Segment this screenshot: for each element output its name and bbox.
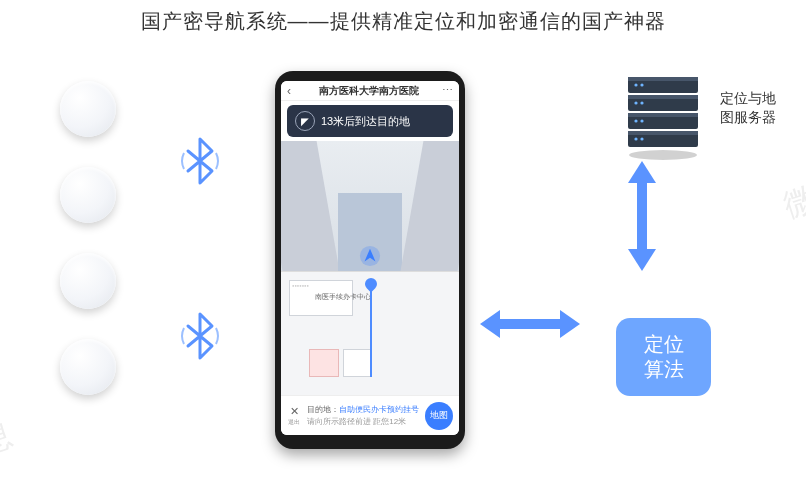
svg-point-22	[640, 137, 643, 140]
destination-bar: ✕退出 目的地：自助便民办卡预约挂号 请向所示路径前进 距您12米 地图	[281, 395, 459, 435]
destination-text: 目的地：自助便民办卡预约挂号 请向所示路径前进 距您12米	[307, 404, 419, 426]
ar-corridor-view[interactable]	[281, 141, 459, 271]
nav-arrow-icon	[359, 245, 381, 267]
beacon-device	[60, 253, 116, 309]
server-label: 定位与地图服务器	[720, 89, 788, 127]
beacon-device	[60, 167, 116, 223]
svg-rect-1	[494, 319, 566, 329]
floorplan-view[interactable]: 南医手续办卡中心	[281, 271, 459, 395]
page-title: 国产密导航系统——提供精准定位和加密通信的国产神器	[0, 0, 806, 41]
arrow-algo-server	[622, 161, 662, 271]
navigation-text: 13米后到达目的地	[321, 114, 410, 129]
svg-point-19	[634, 119, 637, 122]
svg-point-20	[640, 119, 643, 122]
phone-screen: ‹ 南方医科大学南方医院 ⋯ ◤ 13米后到达目的地 南医手续办卡中心	[281, 81, 459, 435]
svg-point-23	[629, 150, 697, 160]
bluetooth-icon	[175, 306, 225, 366]
svg-rect-14	[628, 131, 698, 135]
app-title: 南方医科大学南方医院	[295, 84, 442, 98]
bluetooth-column	[175, 131, 225, 366]
svg-marker-6	[628, 249, 656, 271]
room-block	[309, 349, 339, 377]
svg-marker-3	[560, 310, 580, 338]
svg-rect-8	[628, 77, 698, 81]
beacon-device	[60, 339, 116, 395]
back-icon[interactable]: ‹	[287, 84, 291, 98]
server-icon	[620, 71, 706, 163]
watermark: 息	[0, 413, 18, 465]
svg-point-17	[634, 101, 637, 104]
phone-mockup: ‹ 南方医科大学南方医院 ⋯ ◤ 13米后到达目的地 南医手续办卡中心	[275, 71, 465, 449]
algorithm-box: 定位 算法	[616, 318, 711, 396]
room-block	[343, 349, 371, 377]
map-button[interactable]: 地图	[425, 402, 453, 430]
watermark: 微	[778, 177, 806, 229]
svg-rect-10	[628, 95, 698, 99]
floorplan-label: 南医手续办卡中心	[315, 292, 371, 302]
bluetooth-icon	[175, 131, 225, 191]
exit-button[interactable]: ✕退出	[287, 405, 301, 427]
svg-marker-5	[628, 161, 656, 183]
menu-icon[interactable]: ⋯	[442, 84, 453, 97]
route-path	[370, 280, 372, 377]
svg-rect-12	[628, 113, 698, 117]
app-header: ‹ 南方医科大学南方医院 ⋯	[281, 81, 459, 101]
svg-point-16	[640, 83, 643, 86]
diagram-stage: ‹ 南方医科大学南方医院 ⋯ ◤ 13米后到达目的地 南医手续办卡中心	[0, 41, 806, 500]
svg-point-18	[640, 101, 643, 104]
svg-point-21	[634, 137, 637, 140]
svg-rect-4	[637, 177, 647, 255]
svg-point-15	[634, 83, 637, 86]
navigation-banner: ◤ 13米后到达目的地	[287, 105, 453, 137]
beacon-column	[60, 81, 116, 395]
arrow-phone-algo	[480, 304, 580, 344]
beacon-device	[60, 81, 116, 137]
algorithm-label: 定位 算法	[644, 332, 684, 382]
direction-icon: ◤	[295, 111, 315, 131]
svg-marker-2	[480, 310, 500, 338]
